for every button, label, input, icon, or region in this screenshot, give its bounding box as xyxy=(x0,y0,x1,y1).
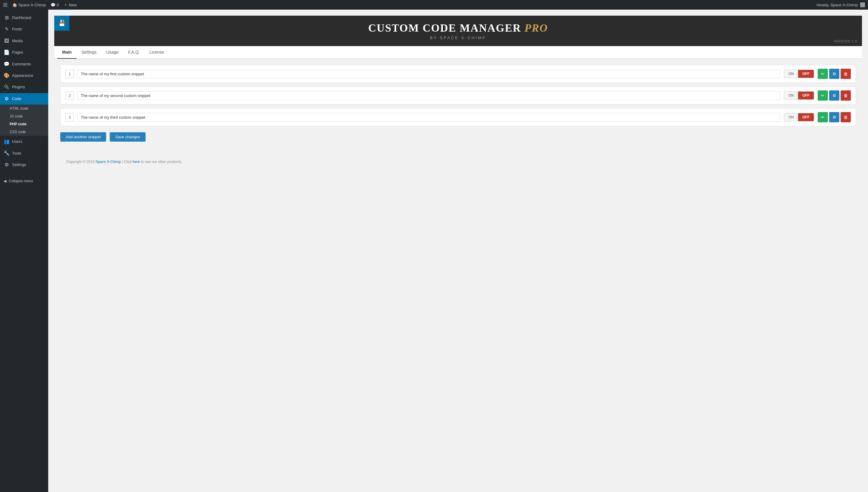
tab-usage[interactable]: Usage xyxy=(101,46,123,59)
sidebar-item-comments[interactable]: 💬 Comments xyxy=(0,58,48,70)
sidebar-subitem-php-code[interactable]: PHP code xyxy=(0,120,48,128)
wp-logo[interactable]: ⊞ xyxy=(3,1,7,8)
action-buttons: Add another snippet Save changes xyxy=(60,132,856,142)
save-changes-button[interactable]: Save changes xyxy=(110,132,145,142)
sidebar-item-settings[interactable]: ⚙ Settings xyxy=(0,159,48,171)
toggle-group-1: ON OFF xyxy=(784,70,814,78)
plugin-subtitle: BY SPACE X-CHIMP xyxy=(63,35,853,40)
settings-button-1[interactable]: ⚙ xyxy=(829,69,839,79)
appearance-icon: 🎨 xyxy=(4,72,10,79)
edit-button-2[interactable]: ✏ xyxy=(818,90,828,101)
page-footer: Copyright © 2019 Space X-Chimp | Click h… xyxy=(60,154,856,170)
dashboard-icon: ⊞ xyxy=(4,15,10,21)
toggle-on-3[interactable]: ON xyxy=(784,113,798,121)
snippet-row: 1 ON OFF ✏ ⚙ 🗑 xyxy=(60,65,856,83)
toggle-off-1[interactable]: OFF xyxy=(798,70,814,78)
main-content: 💾 CUSTOM CODE MANAGER PRO BY SPACE X-CHI… xyxy=(48,10,868,492)
edit-button-3[interactable]: ✏ xyxy=(818,112,828,122)
adminbar-comments[interactable]: 💬 0 xyxy=(51,3,59,7)
sidebar-item-code[interactable]: ⚙ Code xyxy=(0,93,48,104)
settings-button-2[interactable]: ⚙ xyxy=(829,90,839,101)
adminbar-site-name[interactable]: 🏠 Space X-Chimp xyxy=(13,3,46,7)
adminbar-howdy: Howdy, Space X-Chimp xyxy=(817,3,858,7)
plugin-save-icon: 💾 xyxy=(54,16,69,31)
sidebar-item-dashboard[interactable]: ⊞ Dashboard xyxy=(0,12,48,24)
plugins-icon: 🔌 xyxy=(4,84,10,90)
snippet-row: 2 ON OFF ✏ ⚙ 🗑 xyxy=(60,87,856,104)
snippet-number-2: 2 xyxy=(65,91,74,100)
snippet-actions-2: ✏ ⚙ 🗑 xyxy=(818,90,851,101)
snippet-actions-1: ✏ ⚙ 🗑 xyxy=(818,69,851,79)
snippet-name-input-3[interactable] xyxy=(77,113,780,122)
tabs-bar: Main Settings Usage F.A.Q. License xyxy=(54,46,862,59)
toggle-off-2[interactable]: OFF xyxy=(798,92,814,99)
users-icon: 👥 xyxy=(4,138,10,145)
sidebar: ⊞ Dashboard ✎ Posts 🖼 Media 📄 Pages 💬 Co… xyxy=(0,10,48,492)
snippet-number-1: 1 xyxy=(65,70,74,78)
plugin-header: 💾 CUSTOM CODE MANAGER PRO BY SPACE X-CHI… xyxy=(54,16,862,46)
floppy-icon: 💾 xyxy=(58,20,66,27)
sidebar-subitem-css-code[interactable]: CSS code xyxy=(0,128,48,136)
delete-button-1[interactable]: 🗑 xyxy=(841,69,851,79)
edit-button-1[interactable]: ✏ xyxy=(818,69,828,79)
tools-icon: 🔧 xyxy=(4,150,10,157)
settings-icon: ⚙ xyxy=(4,162,10,168)
snippet-actions-3: ✏ ⚙ 🗑 xyxy=(818,112,851,122)
tab-settings[interactable]: Settings xyxy=(76,46,101,59)
settings-button-3[interactable]: ⚙ xyxy=(829,112,839,122)
sidebar-item-tools[interactable]: 🔧 Tools xyxy=(0,148,48,159)
sidebar-subitem-html-code[interactable]: HTML code xyxy=(0,104,48,113)
content-area: 1 ON OFF ✏ ⚙ 🗑 2 ON OFF xyxy=(54,59,862,210)
sidebar-item-plugins[interactable]: 🔌 Plugins xyxy=(0,81,48,93)
sidebar-subitem-js-code[interactable]: JS code xyxy=(0,113,48,120)
tab-main[interactable]: Main xyxy=(57,46,76,59)
code-icon: ⚙ xyxy=(4,96,10,102)
code-submenu: HTML code JS code PHP code CSS code xyxy=(0,104,48,136)
posts-icon: ✎ xyxy=(4,26,10,32)
sidebar-item-pages[interactable]: 📄 Pages xyxy=(0,47,48,58)
admin-bar: ⊞ 🏠 Space X-Chimp 💬 0 ＋ New Howdy, Space… xyxy=(0,0,868,10)
add-snippet-button[interactable]: Add another snippet xyxy=(60,132,106,142)
toggle-off-3[interactable]: OFF xyxy=(798,113,814,121)
home-icon: 🏠 xyxy=(13,3,17,7)
toggle-group-3: ON OFF xyxy=(784,113,814,121)
plugin-version: VERSION 1.0 xyxy=(833,40,857,43)
toggle-group-2: ON OFF xyxy=(784,91,814,100)
sidebar-item-appearance[interactable]: 🎨 Appearance xyxy=(0,70,48,81)
toggle-on-1[interactable]: ON xyxy=(784,70,798,78)
footer-link-here[interactable]: here xyxy=(132,160,140,164)
toggle-on-2[interactable]: ON xyxy=(784,92,798,99)
comment-icon: 💬 xyxy=(51,3,55,7)
collapse-menu[interactable]: ◀ Collapse menu xyxy=(0,176,48,186)
pages-icon: 📄 xyxy=(4,49,10,56)
snippet-name-input-1[interactable] xyxy=(77,70,780,78)
delete-button-3[interactable]: 🗑 xyxy=(841,112,851,122)
footer-link-spacexchimp[interactable]: Space X-Chimp xyxy=(96,160,121,164)
snippet-number-3: 3 xyxy=(65,113,74,121)
avatar xyxy=(860,2,865,7)
delete-button-2[interactable]: 🗑 xyxy=(841,90,851,101)
sidebar-item-posts[interactable]: ✎ Posts xyxy=(0,24,48,35)
tab-license[interactable]: License xyxy=(145,46,169,59)
snippet-row: 3 ON OFF ✏ ⚙ 🗑 xyxy=(60,108,856,126)
comments-icon: 💬 xyxy=(4,61,10,68)
plugin-title: CUSTOM CODE MANAGER PRO xyxy=(63,22,853,34)
sidebar-item-users[interactable]: 👥 Users xyxy=(0,136,48,147)
sidebar-item-media[interactable]: 🖼 Media xyxy=(0,35,48,47)
collapse-icon: ◀ xyxy=(4,179,6,183)
snippet-name-input-2[interactable] xyxy=(77,91,780,100)
tab-faq[interactable]: F.A.Q. xyxy=(123,46,145,59)
adminbar-new[interactable]: ＋ New xyxy=(64,2,76,7)
media-icon: 🖼 xyxy=(4,38,10,44)
plus-icon: ＋ xyxy=(64,2,68,7)
